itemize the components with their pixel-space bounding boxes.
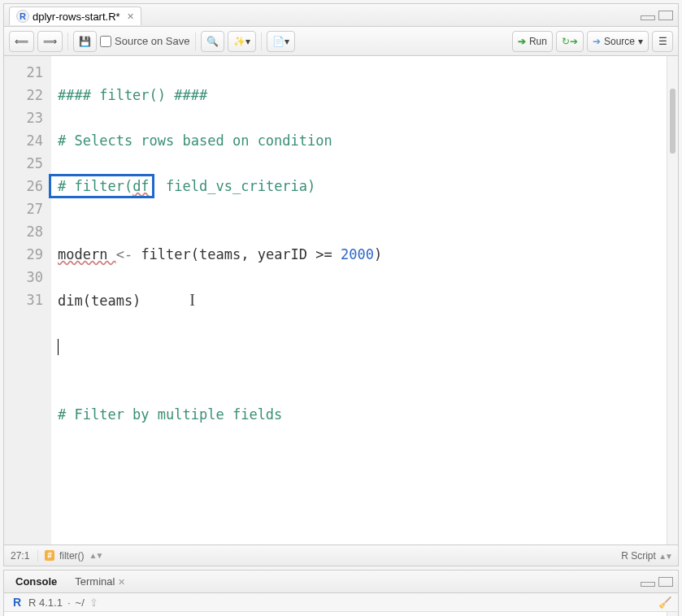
- line-number: 26: [9, 175, 43, 197]
- scrollbar-thumb[interactable]: [670, 89, 675, 154]
- code-text: <-: [116, 246, 132, 262]
- cursor-position: 27:1: [11, 550, 38, 562]
- line-number: 25: [9, 152, 43, 175]
- clear-console-icon[interactable]: 🧹: [658, 596, 671, 609]
- share-icon[interactable]: ⇪: [89, 596, 98, 609]
- run-arrow-icon: ➔: [518, 36, 526, 47]
- updown-icon: ▲▼: [89, 551, 102, 560]
- editor-tab-bar: R dplyr-rows-start.R* ✕: [4, 4, 678, 27]
- editor-tab-title: dplyr-rows-start.R*: [33, 11, 120, 23]
- code-text: df: [132, 178, 149, 194]
- editor-file-tab[interactable]: R dplyr-rows-start.R* ✕: [9, 7, 141, 25]
- code-text: , field_vs_criteria): [150, 178, 316, 194]
- line-number: 22: [9, 84, 43, 106]
- line-number: 29: [9, 243, 43, 266]
- tab-terminal[interactable]: Terminal ✕: [72, 572, 128, 591]
- code-text: #### filter() ####: [58, 87, 207, 103]
- code-text: modern: [58, 246, 116, 262]
- run-button[interactable]: ➔Run: [512, 31, 553, 52]
- source-on-save-input[interactable]: [100, 36, 111, 47]
- r-file-icon: R: [16, 10, 29, 23]
- code-text: # filter(: [58, 178, 132, 194]
- rerun-icon: ↻➔: [562, 36, 578, 47]
- r-logo-icon: R: [11, 596, 24, 609]
- maximize-pane-icon[interactable]: [658, 11, 673, 20]
- r-version: R 4.1.1: [28, 596, 63, 609]
- source-button[interactable]: ➔Source ▾: [587, 31, 649, 52]
- line-number: 30: [9, 266, 43, 288]
- text-cursor: [58, 339, 59, 355]
- code-text: # Filter by multiple fields: [58, 406, 282, 423]
- editor-pane: R dplyr-rows-start.R* ✕ ⟸ ⟹ 💾 Source on …: [3, 3, 679, 566]
- code-text: # Selects rows based on condition: [58, 132, 332, 149]
- magic-wand-button[interactable]: ✨▾: [228, 31, 256, 52]
- code-area[interactable]: #### filter() #### # Selects rows based …: [51, 56, 667, 544]
- line-number: 21: [9, 61, 43, 84]
- text-cursor-ibeam: I: [189, 291, 195, 309]
- find-button[interactable]: 🔍: [201, 31, 224, 52]
- notebook-button[interactable]: 📄▾: [267, 31, 295, 52]
- tab-console[interactable]: Console: [12, 572, 60, 591]
- line-number: 23: [9, 106, 43, 129]
- console-output[interactable]: 17 ARI ARI 18 ARI ARI 19 ARI ARI 20 ARI …: [4, 612, 678, 616]
- editor-body[interactable]: 21 22 23 24 25 26 27 28 29 30 31 #### fi…: [4, 56, 678, 544]
- outline-button[interactable]: ☰: [652, 31, 673, 52]
- section-indicator[interactable]: # filter() ▲▼: [38, 550, 102, 562]
- hash-icon: #: [45, 550, 54, 561]
- line-number-gutter: 21 22 23 24 25 26 27 28 29 30 31: [4, 56, 51, 544]
- code-text: ): [374, 246, 382, 262]
- rerun-button[interactable]: ↻➔: [556, 31, 584, 52]
- line-number: 28: [9, 220, 43, 243]
- working-dir[interactable]: ~/: [76, 596, 85, 609]
- updown-icon: ▲▼: [658, 552, 671, 561]
- maximize-pane-icon[interactable]: [658, 577, 673, 587]
- code-text: filter(teams, yearID >=: [132, 246, 341, 262]
- section-name: filter(): [59, 550, 85, 562]
- close-icon[interactable]: ✕: [118, 577, 125, 587]
- console-sub-bar: R R 4.1.1 · ~/ ⇪ 🧹: [4, 593, 678, 612]
- source-arrow-icon: ➔: [593, 36, 601, 47]
- editor-status-bar: 27:1 # filter() ▲▼ R Script ▲▼: [4, 544, 678, 566]
- close-icon[interactable]: ✕: [127, 11, 134, 22]
- filetype-indicator[interactable]: R Script ▲▼: [621, 550, 671, 562]
- line-number: 27: [9, 197, 43, 220]
- save-button[interactable]: 💾: [73, 31, 97, 52]
- nav-back-button[interactable]: ⟸: [9, 31, 34, 52]
- console-vertical-scrollbar[interactable]: ▲: [667, 612, 678, 616]
- editor-toolbar: ⟸ ⟹ 💾 Source on Save 🔍 ✨▾ 📄▾ ➔Run ↻➔ ➔So…: [4, 27, 678, 56]
- code-text: dim(teams): [58, 293, 141, 309]
- source-label: Source: [604, 36, 635, 47]
- dot-separator: ·: [67, 596, 71, 609]
- line-number: 24: [9, 129, 43, 152]
- console-tab-bar: Console Terminal ✕: [4, 570, 678, 593]
- nav-forward-button[interactable]: ⟹: [37, 31, 63, 52]
- minimize-pane-icon[interactable]: [641, 15, 655, 20]
- run-label: Run: [529, 36, 547, 47]
- pane-window-controls: [641, 577, 678, 587]
- editor-vertical-scrollbar[interactable]: [667, 56, 678, 544]
- pane-window-controls: [641, 11, 678, 20]
- source-on-save-checkbox[interactable]: Source on Save: [100, 35, 190, 47]
- console-pane: Console Terminal ✕ R R 4.1.1 · ~/ ⇪ 🧹 17…: [3, 570, 679, 616]
- minimize-pane-icon[interactable]: [641, 582, 655, 587]
- source-on-save-label: Source on Save: [115, 35, 190, 47]
- code-text: 2000: [341, 246, 374, 262]
- line-number: 31: [9, 288, 43, 311]
